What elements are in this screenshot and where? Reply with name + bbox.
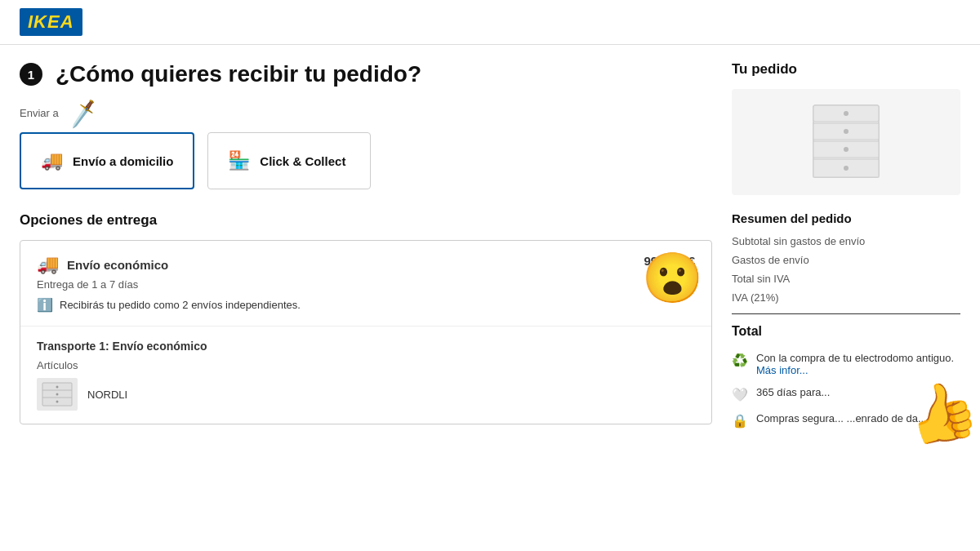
- transport-title: Transporte 1: Envío económico: [37, 340, 695, 353]
- truck-small-icon: 🚚: [37, 254, 59, 275]
- option-info: ℹ️ Recibirás tu pedido como 2 envíos ind…: [37, 297, 695, 313]
- gastos-envio-label: Gastos de envío: [732, 254, 809, 266]
- recycle-icon: ♻️: [732, 353, 748, 368]
- delivery-card-domicilio[interactable]: 🚚 Envío a domicilio: [20, 132, 194, 189]
- product-row: NORDLI: [37, 378, 695, 411]
- delivery-options-title: Opciones de entrega: [20, 212, 712, 229]
- main-layout: 1 ¿Cómo quieres recibir tu pedido? Envia…: [0, 45, 980, 455]
- total-sin-iva-label: Total sin IVA: [732, 273, 790, 285]
- resumen-row-sin-iva: Total sin IVA: [732, 273, 960, 285]
- option-name-wrap: 🚚 Envío económico: [37, 254, 168, 275]
- delivery-option-row[interactable]: 🚚 Envío económico 999.999€ Entrega de 1 …: [20, 241, 711, 327]
- product-image-area: [732, 89, 960, 195]
- svg-point-12: [844, 129, 849, 134]
- product-name: NORDLI: [87, 389, 127, 401]
- delivery-domicilio-label: Envío a domicilio: [73, 154, 173, 168]
- svg-point-5: [56, 401, 59, 403]
- right-sidebar: Tu pedido Resumen del pedido Subtotal si…: [732, 61, 960, 438]
- total-row: Total: [732, 324, 960, 339]
- delivery-options-box: 🚚 Envío económico 999.999€ Entrega de 1 …: [20, 240, 712, 424]
- address-label: Enviar a: [20, 107, 59, 119]
- product-image: [809, 101, 883, 183]
- option-name: Envío económico: [67, 258, 168, 272]
- svg-point-4: [56, 393, 59, 396]
- step-circle: 1: [20, 63, 42, 86]
- total-label: Total: [732, 324, 762, 339]
- mas-info-link[interactable]: Más infor...: [756, 364, 808, 376]
- resumen-rows: Subtotal sin gastos de envío Gastos de e…: [732, 235, 960, 304]
- truck-icon: 🚚: [41, 150, 63, 171]
- option-days: Entrega de 1 a 7 días: [37, 278, 695, 291]
- svg-point-14: [844, 166, 849, 171]
- step-header: 1 ¿Cómo quieres recibir tu pedido?: [20, 61, 712, 87]
- heart-icon: 🤍: [732, 387, 748, 402]
- option-info-text: Recibirás tu pedido como 2 envíos indepe…: [60, 299, 301, 311]
- left-content: 1 ¿Cómo quieres recibir tu pedido? Envia…: [20, 61, 712, 438]
- feature-secure: 🔒 Compras segura... ...enrado de da...: [732, 412, 960, 429]
- ikea-logo: IKEA: [20, 8, 82, 36]
- delivery-card-collect[interactable]: 🏪 Click & Collect: [207, 132, 371, 189]
- feature-recycle: ♻️ Con la compra de tu electrodomo antig…: [732, 352, 960, 376]
- delivery-collect-label: Click & Collect: [260, 154, 345, 168]
- resumen-row-iva: IVA (21%): [732, 291, 960, 304]
- store-icon: 🏪: [228, 150, 250, 171]
- address-bar: Enviar a 🗡️: [20, 107, 712, 119]
- divider: [732, 313, 960, 314]
- surprised-emoji: 😮: [642, 249, 703, 307]
- option-top: 🚚 Envío económico 999.999€: [37, 254, 695, 275]
- transport-section: Transporte 1: Envío económico Artículos: [20, 327, 711, 424]
- svg-point-11: [844, 111, 849, 116]
- delivery-cards: 🚚 Envío a domicilio 🏪 Click & Collect: [20, 132, 712, 189]
- feature-secure-text: Compras segura... ...enrado de da...: [756, 412, 927, 424]
- info-icon: ℹ️: [37, 297, 53, 313]
- feature-365-text: 365 días para...: [756, 386, 830, 398]
- header: IKEA: [0, 0, 980, 45]
- articles-label: Artículos: [37, 359, 695, 371]
- feature-365: 🤍 365 días para...: [732, 386, 960, 402]
- svg-point-13: [844, 147, 849, 152]
- lock-icon: 🔒: [732, 413, 748, 429]
- page-title: ¿Cómo quieres recibir tu pedido?: [56, 61, 421, 87]
- feature-recycle-text: Con la compra de tu electrodomo antiguo.…: [756, 352, 960, 376]
- resumen-row-subtotal: Subtotal sin gastos de envío: [732, 235, 960, 247]
- iva-label: IVA (21%): [732, 291, 779, 304]
- subtotal-label: Subtotal sin gastos de envío: [732, 235, 865, 247]
- knife-icon: 🗡️: [66, 98, 99, 130]
- sidebar-title: Tu pedido: [732, 61, 960, 78]
- product-thumbnail: [37, 378, 78, 411]
- resumen-title: Resumen del pedido: [732, 211, 960, 225]
- svg-point-3: [56, 386, 59, 389]
- resumen-row-envio: Gastos de envío: [732, 254, 960, 266]
